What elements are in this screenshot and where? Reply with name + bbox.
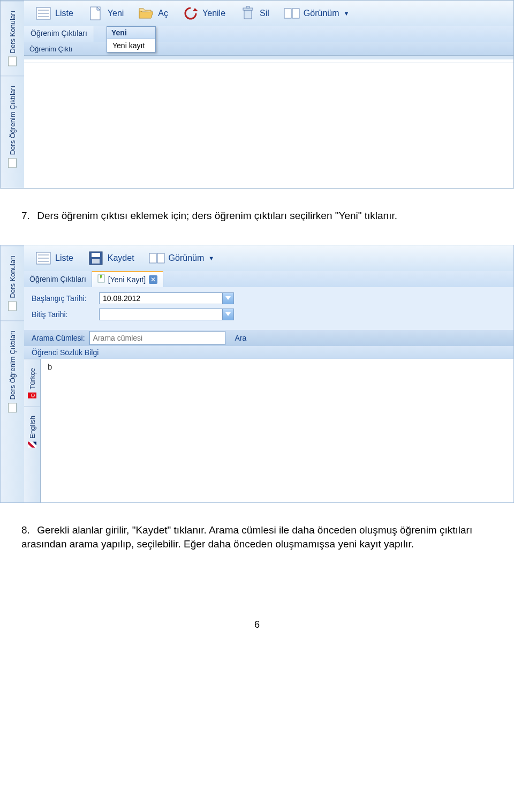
baslangic-tarihi-field[interactable] bbox=[99, 292, 234, 304]
svg-rect-18 bbox=[92, 259, 100, 264]
view-icon bbox=[148, 251, 165, 266]
language-tabs: Türkçe English bbox=[24, 359, 41, 502]
sidebar-tab-ders-ogrenim-ciktilari[interactable]: Ders Öğrenim Çıktıları bbox=[1, 320, 24, 422]
instruction-text: Gerekli alanlar girilir, "Kaydet" tıklan… bbox=[21, 524, 472, 550]
instruction-number: 7. bbox=[21, 209, 34, 223]
instruction-number: 8. bbox=[21, 523, 34, 538]
grid-header-label: Öğrenci Sözlük Bilgi bbox=[32, 348, 99, 357]
bookmark-icon bbox=[97, 274, 105, 284]
button-label: Kaydet bbox=[108, 253, 134, 263]
svg-rect-7 bbox=[244, 10, 252, 19]
left-sidebar: Ders Konuları Ders Öğrenim Çıktıları bbox=[1, 1, 25, 188]
document-icon bbox=[8, 403, 17, 412]
left-sidebar: Ders Konuları Ders Öğrenim Çıktıları bbox=[1, 245, 25, 502]
button-label: Liste bbox=[55, 253, 73, 263]
svg-marker-23 bbox=[225, 312, 231, 316]
svg-rect-10 bbox=[284, 9, 291, 18]
sidebar-tab-label: Ders Konuları bbox=[9, 255, 17, 298]
sidebar-tab-ders-konulari[interactable]: Ders Konuları bbox=[1, 245, 24, 320]
content-area bbox=[24, 56, 513, 188]
search-label: Arama Cümlesi: bbox=[32, 334, 85, 342]
screenshot-1: Ders Konuları Ders Öğrenim Çıktıları Lis… bbox=[0, 0, 514, 189]
button-label: Yeni bbox=[108, 9, 124, 18]
tab-label: [Yeni Kayıt] bbox=[108, 275, 146, 284]
instruction-text: Ders öğrenim çıktısı eklemek için; ders … bbox=[37, 210, 397, 221]
content-area: Türkçe English b bbox=[24, 359, 513, 502]
sidebar-tab-label: Ders Öğrenim Çıktıları bbox=[9, 330, 17, 400]
instruction-8: 8. Gerekli alanlar girilir, "Kaydet" tık… bbox=[0, 518, 514, 560]
lang-tab-english[interactable]: English bbox=[24, 407, 40, 456]
document-icon bbox=[8, 159, 17, 168]
close-icon[interactable]: ✕ bbox=[149, 275, 157, 284]
sil-button[interactable]: Sil bbox=[234, 4, 275, 23]
chevron-down-icon[interactable] bbox=[222, 309, 233, 320]
document-icon bbox=[8, 56, 17, 66]
bitis-tarihi-field[interactable] bbox=[99, 309, 234, 320]
ara-button[interactable]: Ara bbox=[230, 333, 252, 343]
column-header-row: Öğrenim Çıktı bbox=[24, 42, 513, 56]
tab-label: Öğrenim Çıktıları bbox=[31, 29, 87, 37]
button-label: Sil bbox=[260, 9, 269, 18]
button-label: Görünüm bbox=[304, 9, 339, 18]
document-icon bbox=[8, 301, 17, 311]
sidebar-tab-ders-ogrenim-ciktilari[interactable]: Ders Öğrenim Çıktıları bbox=[1, 76, 24, 177]
instruction-7: 7. Ders öğrenim çıktısı eklemek için; de… bbox=[0, 204, 514, 232]
dropdown-header: Yeni bbox=[107, 27, 155, 39]
lang-tab-label: English bbox=[28, 416, 36, 439]
svg-marker-6 bbox=[193, 8, 198, 11]
gorunum-button[interactable]: Görünüm ▼ bbox=[143, 249, 220, 268]
baslangic-tarihi-label: Başlangıç Tarihi: bbox=[32, 294, 95, 303]
flag-tr-icon bbox=[28, 392, 36, 398]
search-input[interactable] bbox=[89, 331, 225, 345]
baslangic-tarihi-input[interactable] bbox=[99, 292, 234, 304]
gorunum-button[interactable]: Görünüm ▼ bbox=[278, 4, 355, 23]
view-icon bbox=[283, 6, 300, 21]
page-number: 6 bbox=[0, 619, 514, 630]
yeni-dropdown: Yeni Yeni kayıt bbox=[107, 26, 156, 52]
svg-rect-9 bbox=[246, 6, 250, 8]
svg-rect-19 bbox=[149, 253, 156, 263]
sidebar-tab-label: Ders Konuları bbox=[9, 11, 17, 53]
tab-label: Öğrenim Çıktıları bbox=[29, 275, 86, 283]
grid-header-row: Öğrenci Sözlük Bilgi bbox=[24, 346, 513, 359]
flag-en-icon bbox=[28, 442, 36, 448]
save-icon bbox=[87, 251, 104, 266]
yeni-button[interactable]: Yeni bbox=[82, 4, 130, 23]
bitis-tarihi-input[interactable] bbox=[99, 309, 234, 320]
toolbar: Liste Kaydet Görünüm ▼ bbox=[24, 245, 513, 272]
sidebar-tab-ders-konulari[interactable]: Ders Konuları bbox=[1, 1, 24, 76]
button-label: Görünüm bbox=[169, 253, 205, 263]
tab-yeni-kayit[interactable]: [Yeni Kayıt] ✕ bbox=[92, 271, 163, 287]
list-icon bbox=[35, 251, 52, 266]
svg-marker-22 bbox=[225, 296, 231, 300]
sub-toolbar: Öğrenim Çıktıları bbox=[24, 26, 513, 43]
search-bar: Arama Cümlesi: Ara bbox=[24, 330, 513, 347]
liste-button[interactable]: Liste bbox=[29, 249, 79, 268]
bitis-tarihi-label: Bitiş Tarihi: bbox=[32, 310, 95, 319]
divider bbox=[24, 63, 513, 63]
dropdown-caret-icon: ▼ bbox=[344, 10, 350, 17]
sidebar-tab-label: Ders Öğrenim Çıktıları bbox=[9, 86, 17, 155]
tab-strip: Öğrenim Çıktıları [Yeni Kayıt] ✕ bbox=[24, 271, 513, 288]
yenile-button[interactable]: Yenile bbox=[177, 4, 231, 23]
svg-rect-20 bbox=[157, 253, 164, 263]
dropdown-caret-icon: ▼ bbox=[208, 255, 214, 261]
liste-button[interactable]: Liste bbox=[29, 4, 79, 23]
tab-ogrenim-ciktilari[interactable]: Öğrenim Çıktıları bbox=[24, 271, 92, 287]
content-text: b bbox=[48, 362, 52, 371]
button-label: Liste bbox=[55, 9, 73, 18]
open-folder-icon bbox=[138, 6, 155, 21]
svg-rect-8 bbox=[243, 8, 253, 10]
chevron-down-icon[interactable] bbox=[222, 293, 233, 304]
kaydet-button[interactable]: Kaydet bbox=[82, 249, 140, 268]
column-header-label: Öğrenim Çıktı bbox=[29, 45, 72, 53]
lang-tab-label: Türkçe bbox=[28, 368, 36, 389]
dropdown-item-yeni-kayit[interactable]: Yeni kayıt bbox=[107, 39, 155, 52]
screenshot-2: Ders Konuları Ders Öğrenim Çıktıları Lis… bbox=[0, 245, 514, 503]
button-label: Aç bbox=[158, 9, 168, 18]
lang-tab-turkce[interactable]: Türkçe bbox=[24, 359, 40, 407]
ac-button[interactable]: Aç bbox=[132, 4, 173, 23]
refresh-icon bbox=[182, 6, 199, 21]
list-icon bbox=[35, 6, 52, 21]
tab-ogrenim-ciktilari[interactable]: Öğrenim Çıktıları bbox=[24, 26, 94, 42]
